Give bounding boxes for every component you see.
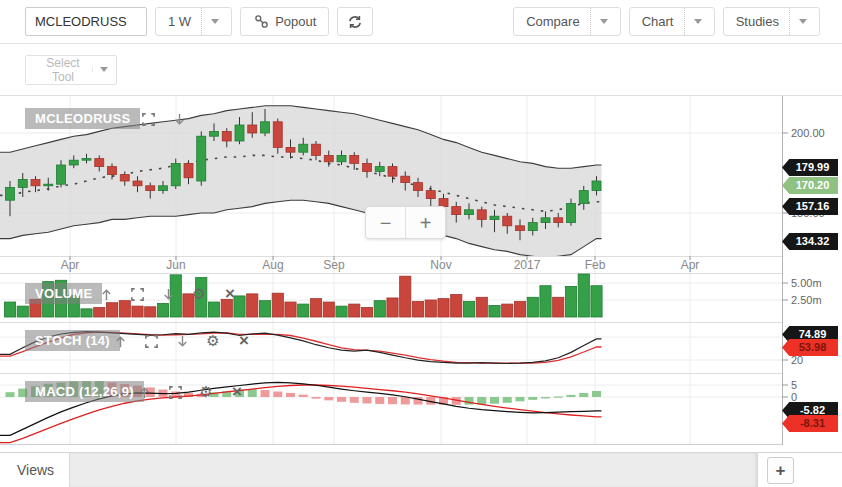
stoch-panel-controls: ⚙ ×: [112, 333, 252, 349]
macd-panel-label: MACD (12,26,9): [25, 381, 144, 402]
period-value: 1 W: [168, 14, 191, 29]
select-tool-label: Select Tool: [34, 56, 92, 84]
svg-text:Apr: Apr: [681, 258, 700, 272]
chevron-down-icon: [100, 67, 108, 72]
panel-close-icon[interactable]: ×: [222, 286, 238, 302]
price-badge: 53.98: [782, 339, 838, 356]
svg-text:Feb: Feb: [585, 258, 606, 272]
popout-button[interactable]: Popout: [240, 7, 329, 36]
price-badge: 170.20: [782, 177, 838, 194]
price-badge: 157.16: [782, 198, 838, 215]
compare-label: Compare: [526, 14, 579, 29]
panel-close-icon[interactable]: ×: [229, 384, 245, 400]
chart-region: AprJunAugSepNov2017FebApr MCLEODRUSS − +…: [0, 96, 842, 445]
panel-move-up-icon[interactable]: [98, 286, 114, 302]
toolbar-right-group: Compare Chart Studies: [505, 7, 820, 36]
panel-move-up-icon[interactable]: [112, 333, 128, 349]
chart-label: Chart: [642, 14, 674, 29]
price-badge: -8.31: [782, 415, 838, 432]
axis-tick-label: 200.00: [791, 126, 825, 140]
views-tab[interactable]: Views: [0, 453, 70, 487]
chevron-down-icon: [799, 19, 807, 24]
main-panel-symbol-label: MCLEODRUSS: [25, 108, 140, 129]
drawing-toolbar: Select Tool O: C: H: L: V: D: Share: [0, 44, 842, 96]
views-bar: Views +: [0, 452, 842, 487]
symbol-input[interactable]: [25, 7, 147, 36]
volume-panel-controls: ⚙ ×: [98, 286, 238, 302]
panel-settings-icon[interactable]: ⚙: [205, 333, 221, 349]
main-panel-controls: [140, 111, 187, 127]
refresh-icon: [347, 14, 363, 30]
select-tool-dropdown[interactable]: Select Tool: [25, 55, 117, 85]
svg-text:2017: 2017: [514, 258, 541, 272]
panel-close-icon[interactable]: ×: [236, 333, 252, 349]
chart-dropdown[interactable]: Chart: [629, 7, 715, 36]
bottom-scroll-strip: [0, 445, 842, 452]
svg-text:Aug: Aug: [262, 258, 283, 272]
studies-label: Studies: [736, 14, 779, 29]
volume-panel-label: VOLUME: [25, 283, 102, 304]
panel-settings-icon[interactable]: ⚙: [198, 384, 214, 400]
panel-expand-icon[interactable]: [167, 384, 183, 400]
refresh-button[interactable]: [337, 7, 373, 36]
popout-label: Popout: [275, 14, 316, 29]
axis-tick-label: 2.50m: [791, 293, 822, 307]
panel-move-up-icon[interactable]: [136, 384, 152, 400]
studies-dropdown[interactable]: Studies: [723, 7, 820, 36]
period-dropdown[interactable]: 1 W: [155, 7, 232, 36]
views-bar-background: [0, 453, 758, 487]
panel-expand-icon[interactable]: [140, 111, 156, 127]
panel-move-down-icon[interactable]: [171, 111, 187, 127]
zoom-controls: − +: [365, 206, 446, 239]
chevron-down-icon: [600, 19, 608, 24]
compare-dropdown[interactable]: Compare: [513, 7, 620, 36]
stoch-panel-label: STOCH (14): [25, 330, 120, 351]
link-icon: [253, 14, 269, 30]
add-panel-button[interactable]: +: [767, 457, 794, 484]
chevron-down-icon: [694, 19, 702, 24]
svg-text:Nov: Nov: [430, 258, 451, 272]
svg-text:Jun: Jun: [166, 258, 185, 272]
svg-text:Apr: Apr: [61, 258, 80, 272]
price-badge: 134.32: [782, 233, 838, 250]
panel-settings-icon[interactable]: ⚙: [191, 286, 207, 302]
svg-text:Sep: Sep: [323, 258, 345, 272]
price-badge: 179.99: [782, 159, 838, 176]
panel-move-down-icon[interactable]: [160, 286, 176, 302]
top-toolbar: 1 W Popout Compare Chart Studies: [0, 0, 842, 44]
panel-expand-icon[interactable]: [129, 286, 145, 302]
zoom-out-button[interactable]: −: [366, 207, 405, 238]
axis-tick-label: 0: [791, 390, 797, 404]
macd-panel-controls: ⚙ ×: [136, 384, 245, 400]
panel-expand-icon[interactable]: [143, 333, 159, 349]
axis-tick-label: 5.00m: [791, 276, 822, 290]
panel-move-down-icon[interactable]: [174, 333, 190, 349]
zoom-in-button[interactable]: +: [406, 207, 445, 238]
chevron-down-icon: [211, 19, 219, 24]
